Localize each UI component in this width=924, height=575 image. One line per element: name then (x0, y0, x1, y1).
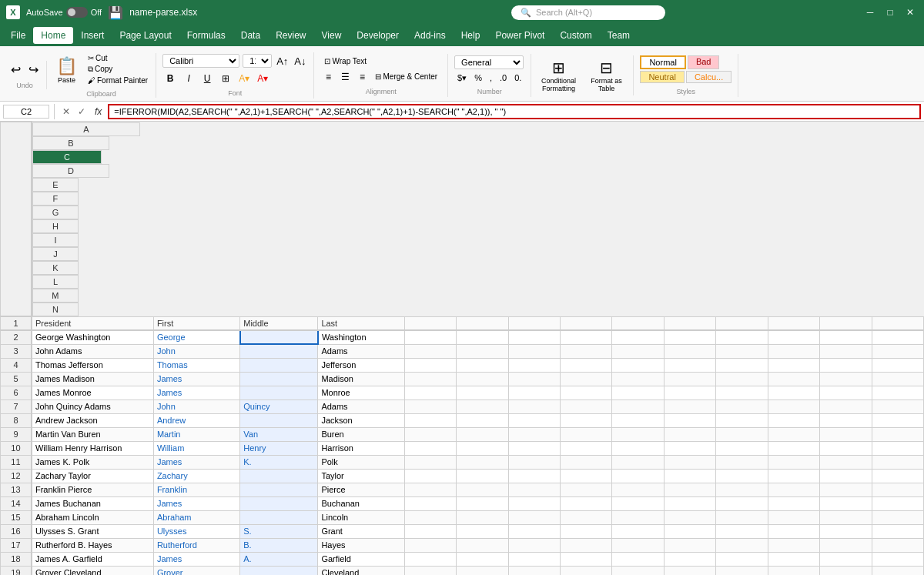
cell-a5[interactable]: James Madison (32, 372, 153, 386)
cell-j11[interactable] (664, 455, 715, 469)
cell-b16[interactable]: Ulysses (153, 524, 239, 538)
cell-b10[interactable]: William (153, 441, 239, 455)
cell-i17[interactable] (612, 538, 664, 552)
cell-h6[interactable] (561, 386, 612, 399)
cell-n16[interactable] (872, 524, 923, 538)
cell-a2[interactable]: George Washington (32, 330, 153, 344)
decrease-font-icon[interactable]: A↓ (293, 54, 307, 69)
cell-b3[interactable]: John (153, 344, 239, 358)
cell-d4[interactable]: Jefferson (318, 358, 404, 372)
cell-d11[interactable]: Polk (318, 455, 404, 469)
col-header-j[interactable]: J (32, 247, 79, 261)
cell-d18[interactable]: Garfield (318, 552, 404, 566)
number-format-select[interactable]: General (454, 55, 524, 69)
cell-h18[interactable] (561, 552, 612, 566)
cut-button[interactable]: ✂ Cut (85, 53, 151, 63)
col-header-b[interactable]: B (32, 136, 109, 150)
cell-b1[interactable]: First (153, 316, 239, 330)
cell-c12[interactable] (240, 469, 318, 483)
cell-k15[interactable] (716, 510, 768, 524)
cell-k11[interactable] (716, 455, 768, 469)
cell-n17[interactable] (872, 538, 923, 552)
cell-k4[interactable] (716, 358, 768, 372)
cell-i1[interactable] (612, 316, 664, 330)
cell-h19[interactable] (561, 566, 612, 575)
cell-c18[interactable]: A. (240, 552, 318, 566)
cell-k13[interactable] (716, 483, 768, 496)
col-header-g[interactable]: G (32, 206, 79, 219)
cell-n3[interactable] (872, 344, 923, 358)
cell-c16[interactable]: S. (240, 524, 318, 538)
col-header-l[interactable]: L (32, 275, 79, 289)
cell-h7[interactable] (561, 399, 612, 413)
cell-n1[interactable] (872, 316, 923, 330)
col-header-n[interactable]: N (32, 303, 79, 316)
cell-l18[interactable] (768, 552, 819, 566)
cell-l12[interactable] (768, 469, 819, 483)
cell-l4[interactable] (768, 358, 819, 372)
cell-g4[interactable] (508, 358, 560, 372)
underline-button[interactable]: U (199, 71, 215, 86)
cell-n19[interactable] (872, 566, 923, 575)
cell-n18[interactable] (872, 552, 923, 566)
cell-a17[interactable]: Rutherford B. Hayes (32, 538, 153, 552)
cell-i5[interactable] (612, 372, 664, 386)
save-icon[interactable]: 💾 (108, 5, 123, 20)
cell-c7[interactable]: Quincy (240, 399, 318, 413)
cell-c4[interactable] (240, 358, 318, 372)
cell-c8[interactable] (240, 413, 318, 427)
cell-a4[interactable]: Thomas Jefferson (32, 358, 153, 372)
cell-m5[interactable] (820, 372, 872, 386)
cell-h8[interactable] (561, 413, 612, 427)
cell-d3[interactable]: Adams (318, 344, 404, 358)
cell-g19[interactable] (508, 566, 560, 575)
close-button[interactable]: ✕ (902, 5, 918, 20)
cell-n7[interactable] (872, 399, 923, 413)
cell-i19[interactable] (612, 566, 664, 575)
cell-k3[interactable] (716, 344, 768, 358)
cell-f4[interactable] (457, 358, 508, 372)
cell-g14[interactable] (508, 496, 560, 510)
cell-g13[interactable] (508, 483, 560, 496)
row-num-2[interactable]: 2 (1, 330, 32, 344)
cell-m9[interactable] (820, 427, 872, 441)
cell-e6[interactable] (404, 386, 456, 399)
cell-f19[interactable] (457, 566, 508, 575)
row-num-18[interactable]: 18 (1, 552, 32, 566)
cell-d17[interactable]: Hayes (318, 538, 404, 552)
cell-e12[interactable] (404, 469, 456, 483)
cell-l8[interactable] (768, 413, 819, 427)
search-bar[interactable]: 🔍 Search (Alt+Q) (511, 5, 665, 20)
cell-d5[interactable]: Madison (318, 372, 404, 386)
cell-l1[interactable] (768, 316, 819, 330)
cell-i15[interactable] (612, 510, 664, 524)
cell-k16[interactable] (716, 524, 768, 538)
cell-l19[interactable] (768, 566, 819, 575)
merge-center-button[interactable]: ⊟ Merge & Center (371, 71, 441, 82)
cell-e4[interactable] (404, 358, 456, 372)
cell-f13[interactable] (457, 483, 508, 496)
cell-h9[interactable] (561, 427, 612, 441)
cell-l5[interactable] (768, 372, 819, 386)
format-painter-button[interactable]: 🖌 Format Painter (85, 75, 151, 85)
cell-j16[interactable] (664, 524, 715, 538)
row-num-19[interactable]: 19 (1, 566, 32, 575)
cell-n11[interactable] (872, 455, 923, 469)
cell-h11[interactable] (561, 455, 612, 469)
cell-m7[interactable] (820, 399, 872, 413)
cell-i7[interactable] (612, 399, 664, 413)
cell-l6[interactable] (768, 386, 819, 399)
cell-j15[interactable] (664, 510, 715, 524)
cell-e1[interactable] (404, 316, 456, 330)
row-num-12[interactable]: 12 (1, 469, 32, 483)
cell-k8[interactable] (716, 413, 768, 427)
cell-i3[interactable] (612, 344, 664, 358)
cell-e7[interactable] (404, 399, 456, 413)
row-num-8[interactable]: 8 (1, 413, 32, 427)
cell-k12[interactable] (716, 469, 768, 483)
conditional-formatting-button[interactable]: ⊞ Conditional Formatting (536, 57, 581, 94)
formula-input[interactable] (108, 104, 921, 119)
cell-d8[interactable]: Jackson (318, 413, 404, 427)
cell-b14[interactable]: James (153, 496, 239, 510)
cell-a6[interactable]: James Monroe (32, 386, 153, 399)
